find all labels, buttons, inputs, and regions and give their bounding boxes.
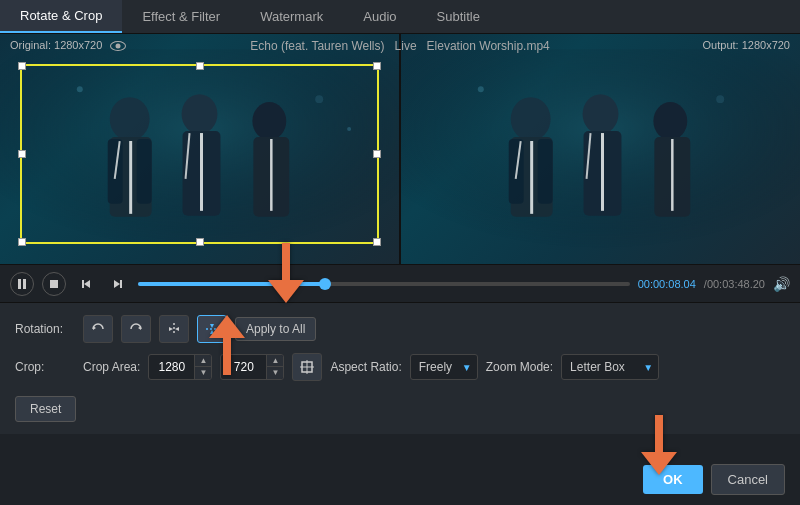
svg-rect-35 xyxy=(50,280,58,288)
crop-handle-br[interactable] xyxy=(373,238,381,246)
svg-marker-47 xyxy=(210,330,214,334)
crop-width-input[interactable] xyxy=(149,360,194,374)
svg-rect-39 xyxy=(120,280,122,288)
next-frame-button[interactable] xyxy=(106,272,130,296)
svg-marker-43 xyxy=(169,327,173,331)
crop-row: Crop: Crop Area: ▲ ▼ ▲ ▼ xyxy=(15,353,785,381)
eye-icon[interactable] xyxy=(110,41,126,51)
crop-handle-mr[interactable] xyxy=(373,150,381,158)
tab-bar: Rotate & Crop Effect & Filter Watermark … xyxy=(0,0,800,34)
progress-bar[interactable] xyxy=(138,282,630,286)
svg-rect-33 xyxy=(18,279,21,289)
width-spinners: ▲ ▼ xyxy=(194,355,211,379)
playback-bar: 00:00:08.04 /00:03:48.20 🔊 xyxy=(0,264,800,302)
crop-overlay xyxy=(20,64,379,244)
tab-rotate-crop[interactable]: Rotate & Crop xyxy=(0,0,122,33)
crop-handle-tl[interactable] xyxy=(18,62,26,70)
svg-marker-40 xyxy=(93,326,96,330)
tab-audio[interactable]: Audio xyxy=(343,0,416,33)
svg-marker-41 xyxy=(138,326,141,330)
tab-watermark[interactable]: Watermark xyxy=(240,0,343,33)
zoom-mode-label: Zoom Mode: xyxy=(486,360,553,374)
crop-height-input-wrap: ▲ ▼ xyxy=(220,354,284,380)
rotation-row: Rotation: Apply to All xyxy=(15,315,785,343)
prev-frame-button[interactable] xyxy=(74,272,98,296)
svg-point-28 xyxy=(653,102,687,140)
svg-marker-46 xyxy=(210,324,214,328)
rotation-label: Rotation: xyxy=(15,322,75,336)
crop-handle-ml[interactable] xyxy=(18,150,26,158)
output-video-silhouette-svg xyxy=(401,34,800,264)
total-time: /00:03:48.20 xyxy=(704,278,765,290)
controls-panel: Rotation: Apply to All xyxy=(0,302,800,434)
right-video-panel: Output: 1280x720 xyxy=(401,34,800,264)
stop-button[interactable] xyxy=(42,272,66,296)
crop-label: Crop: xyxy=(15,360,75,374)
progress-thumb xyxy=(319,278,331,290)
output-video-thumb xyxy=(401,34,800,264)
svg-marker-44 xyxy=(175,327,179,331)
svg-rect-21 xyxy=(538,139,553,204)
svg-point-18 xyxy=(511,97,551,141)
width-down-button[interactable]: ▼ xyxy=(195,367,211,379)
flip-v-button[interactable] xyxy=(197,315,227,343)
tab-effect-filter[interactable]: Effect & Filter xyxy=(122,0,240,33)
reset-row: Reset xyxy=(15,391,785,422)
svg-marker-36 xyxy=(84,280,90,288)
rotate-right-button[interactable] xyxy=(121,315,151,343)
bottom-bar: OK Cancel xyxy=(628,454,800,505)
left-video-panel: Original: 1280x720 xyxy=(0,34,399,264)
svg-rect-34 xyxy=(23,279,26,289)
center-align-button[interactable] xyxy=(292,353,322,381)
crop-handle-tr[interactable] xyxy=(373,62,381,70)
crop-handle-bc[interactable] xyxy=(196,238,204,246)
crop-handle-tc[interactable] xyxy=(196,62,204,70)
height-spinners: ▲ ▼ xyxy=(266,355,283,379)
svg-marker-38 xyxy=(114,280,120,288)
rotate-left-button[interactable] xyxy=(83,315,113,343)
tab-subtitle[interactable]: Subtitle xyxy=(417,0,500,33)
zoom-mode-wrap: Letter Box Pan & Scan Full ▼ xyxy=(561,354,659,380)
flip-h-button[interactable] xyxy=(159,315,189,343)
ok-button[interactable]: OK xyxy=(643,465,703,494)
crop-area-label: Crop Area: xyxy=(83,360,140,374)
cancel-button[interactable]: Cancel xyxy=(711,464,785,495)
current-time: 00:00:08.04 xyxy=(638,278,696,290)
original-label: Original: 1280x720 xyxy=(10,39,126,51)
crop-handle-bl[interactable] xyxy=(18,238,26,246)
video-area: Echo (feat. Tauren Wells) Live Elevation… xyxy=(0,34,800,264)
aspect-ratio-wrap: Freely 16:9 4:3 1:1 9:16 ▼ xyxy=(410,354,478,380)
svg-point-32 xyxy=(716,95,724,103)
height-down-button[interactable]: ▼ xyxy=(267,367,283,379)
pause-button[interactable] xyxy=(10,272,34,296)
original-video-thumb xyxy=(0,34,399,264)
crop-width-input-wrap: ▲ ▼ xyxy=(148,354,212,380)
reset-button[interactable]: Reset xyxy=(15,396,76,422)
volume-icon[interactable]: 🔊 xyxy=(773,276,790,292)
aspect-ratio-label: Aspect Ratio: xyxy=(330,360,401,374)
apply-to-all-button[interactable]: Apply to All xyxy=(235,317,316,341)
svg-point-31 xyxy=(478,86,484,92)
output-label: Output: 1280x720 xyxy=(703,39,790,51)
svg-point-24 xyxy=(583,94,619,134)
svg-rect-37 xyxy=(82,280,84,288)
aspect-ratio-select[interactable]: Freely 16:9 4:3 1:1 9:16 xyxy=(410,354,478,380)
height-up-button[interactable]: ▲ xyxy=(267,355,283,367)
progress-fill xyxy=(138,282,325,286)
width-up-button[interactable]: ▲ xyxy=(195,355,211,367)
crop-height-input[interactable] xyxy=(221,360,266,374)
zoom-mode-select[interactable]: Letter Box Pan & Scan Full xyxy=(561,354,659,380)
